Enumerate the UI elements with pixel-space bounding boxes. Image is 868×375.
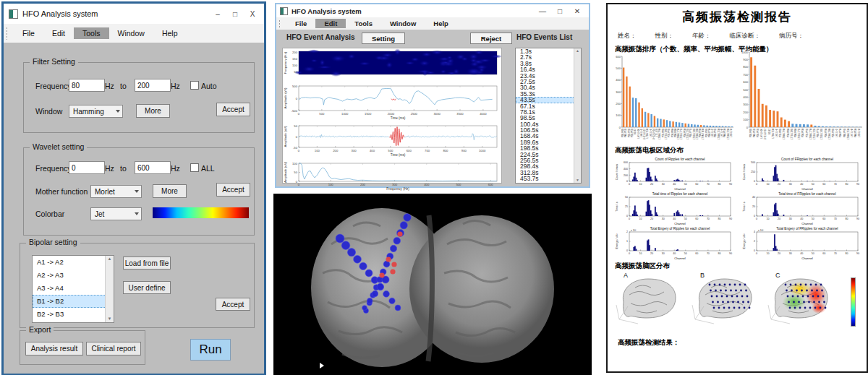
svg-text:P1A-P2A: P1A-P2A (825, 129, 827, 137)
spectrum-plot: 0501000100200300400500600Frequency (Hz)A… (283, 161, 501, 191)
window-label: Window (35, 107, 62, 116)
menu-item-tools[interactable]: Tools (346, 19, 381, 28)
svg-text:200: 200 (292, 51, 298, 54)
hfo-settings-window: HFO Analysis system – □ X FileEditToolsW… (1, 1, 266, 375)
filter-freq-from-input[interactable]: 80 (69, 79, 105, 92)
auto-checkbox[interactable] (190, 81, 199, 90)
svg-text:500: 500 (292, 85, 298, 88)
menu-item-help[interactable]: Help (425, 19, 457, 28)
filter-accept-button[interactable]: Accept (216, 103, 250, 116)
colorbar-label: Colorbar (35, 210, 64, 218)
svg-text:LT8A-LT7A: LT8A-LT7A (809, 129, 812, 139)
colorbar-select[interactable]: Jet (90, 207, 142, 220)
bipolar-listbox[interactable]: A1 -> A2A2 -> A3A3 -> A4B1 -> B2B2 -> B3… (32, 255, 114, 323)
mother-function-select[interactable]: Morlet (90, 185, 142, 198)
filter-freq-to-input[interactable]: 200 (135, 79, 171, 92)
maximize-icon[interactable]: □ (551, 7, 569, 15)
svg-text:0: 0 (746, 126, 749, 129)
hfo-events-listbox[interactable]: 1.3s2.7s3.8s16.4s23.4s27.5s30.4s35.3s43.… (515, 48, 582, 184)
hfo-events-list-label: HFO Events List (516, 33, 572, 41)
bipolar-scrollbar[interactable]: ▲▼ (105, 256, 114, 322)
svg-text:70: 70 (834, 183, 837, 186)
hist-energy-fripples: Total Engery of FRipples for each channe… (741, 225, 862, 260)
svg-text:10: 10 (639, 217, 642, 220)
svg-text:70: 70 (834, 217, 837, 220)
svg-text:40: 40 (752, 196, 755, 199)
hz-label: Hz (171, 164, 180, 173)
bipolar-accept-button[interactable]: Accept (216, 298, 250, 311)
bipolar-list-item[interactable]: A2 -> A3 (33, 269, 114, 282)
maximize-icon[interactable]: □ (226, 10, 244, 18)
run-button[interactable]: Run (190, 339, 231, 361)
window-select[interactable]: Hamming (69, 105, 123, 118)
wavelet-freq-from-input[interactable]: 0 (69, 161, 105, 174)
svg-text:Count / times: Count / times (616, 164, 618, 180)
ranking-chart-left: 0100200300400500600P3B-P4BP4B-P5BP1B-P2B… (610, 53, 735, 142)
bipolar-list-item[interactable]: A3 -> A4 (33, 282, 114, 295)
section-electrode-header: 高频振荡电极区域分布 (615, 146, 684, 155)
close-icon[interactable]: ✕ (569, 7, 586, 15)
hist-count-ripples: Count of Ripples for each channel0200400… (613, 156, 735, 191)
svg-text:Time (ms): Time (ms) (391, 116, 406, 120)
menu-item-help[interactable]: Help (153, 27, 187, 39)
colorbar-value: Jet (95, 210, 104, 218)
svg-text:0: 0 (298, 183, 300, 186)
svg-text:200: 200 (616, 102, 621, 105)
mother-function-value: Morlet (95, 188, 115, 196)
svg-text:Amplitude (uV): Amplitude (uV) (284, 126, 287, 147)
svg-text:80: 80 (845, 217, 848, 220)
menu-item-file[interactable]: File (14, 27, 43, 39)
menu-item-edit[interactable]: Edit (43, 27, 74, 39)
menu-item-window[interactable]: Window (109, 27, 153, 39)
svg-text:60: 60 (695, 217, 698, 220)
setting-button[interactable]: Setting (362, 33, 405, 44)
menu-bar: FileEditToolsWindowHelp (276, 17, 589, 30)
svg-text:B1-B2: B1-B2 (768, 129, 771, 135)
minimize-icon[interactable]: – (209, 10, 226, 18)
svg-text:90: 90 (856, 252, 859, 255)
menu-item-file[interactable]: File (286, 19, 315, 28)
svg-text:900: 900 (743, 58, 748, 61)
scroll-down-icon[interactable]: ▼ (576, 178, 579, 183)
menu-grip (278, 20, 281, 28)
svg-text:LT4A-LT5A: LT4A-LT5A (847, 129, 850, 139)
wavelet-accept-button[interactable]: Accept (216, 183, 250, 197)
svg-text:500: 500 (743, 88, 748, 92)
svg-text:-50: -50 (293, 146, 298, 150)
menu-item-edit[interactable]: Edit (315, 19, 346, 28)
bipolar-list-item[interactable]: B1 -> B2 (33, 295, 114, 308)
svg-text:0: 0 (296, 135, 298, 139)
events-scrollbar[interactable]: ▲▼ (574, 48, 581, 183)
svg-text:1000: 1000 (341, 112, 349, 116)
scroll-down-icon[interactable]: ▼ (108, 316, 112, 322)
svg-text:50: 50 (294, 171, 297, 174)
close-icon[interactable]: X (244, 10, 261, 18)
svg-text:LH3-LH4: LH3-LH4 (858, 129, 861, 137)
svg-text:400: 400 (743, 95, 748, 99)
hist-time-fripples: Total time of FRipples for each channel0… (741, 191, 862, 225)
svg-text:10: 10 (639, 252, 642, 255)
svg-text:300: 300 (743, 103, 748, 106)
patient-info-field: 性别： (655, 32, 674, 40)
patient-info-field: 病历号： (779, 32, 804, 40)
user-define-button[interactable]: User define (123, 281, 171, 294)
reject-button[interactable]: Reject (470, 33, 512, 44)
wavelet-freq-to-input[interactable]: 600 (135, 161, 171, 174)
load-from-file-button[interactable]: Load from file (123, 257, 171, 270)
minimize-icon[interactable]: — (534, 7, 551, 15)
bipolar-list-item[interactable]: B2 -> B3 (33, 308, 114, 321)
wavelet-more-button[interactable]: More (153, 184, 187, 198)
scroll-up-icon[interactable]: ▲ (576, 48, 579, 53)
menu-item-window[interactable]: Window (381, 19, 425, 28)
svg-text:1000: 1000 (479, 149, 486, 152)
scroll-up-icon[interactable]: ▲ (108, 256, 112, 262)
all-checkbox[interactable] (190, 163, 199, 172)
bipolar-list-item[interactable]: A1 -> A2 (33, 256, 114, 269)
svg-text:20: 20 (778, 217, 780, 220)
event-list-item[interactable]: 453.7s (516, 176, 581, 181)
analysis-result-button[interactable]: Analysis result (25, 342, 83, 355)
clinical-report-button[interactable]: Clinical report (86, 342, 141, 355)
svg-text:0: 0 (626, 215, 628, 217)
filter-more-button[interactable]: More (136, 104, 170, 118)
menu-item-tools[interactable]: Tools (74, 27, 109, 39)
